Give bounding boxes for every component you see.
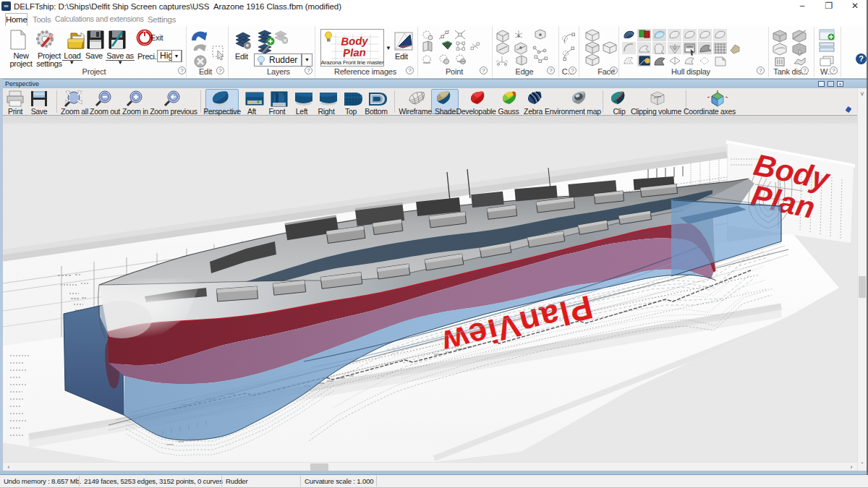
svg-text:Plan: Plan xyxy=(343,46,366,59)
